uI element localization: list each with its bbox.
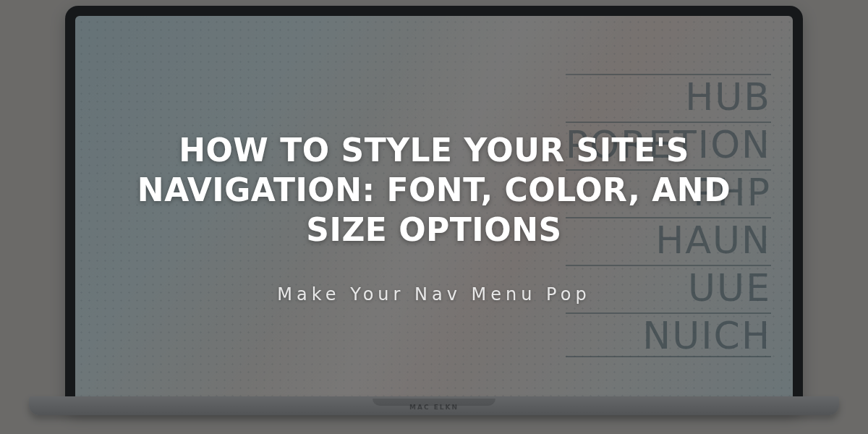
hero-overlay: HOW TO STYLE YOUR SITE'S NAVIGATION: FON…: [0, 0, 868, 434]
hero-banner: HUB PORETION PHP HAUN UUE NUICH MAC ELKN…: [0, 0, 868, 434]
hero-subtitle: Make Your Nav Menu Pop: [277, 284, 590, 305]
hero-title: HOW TO STYLE YOUR SITE'S NAVIGATION: FON…: [101, 130, 767, 250]
